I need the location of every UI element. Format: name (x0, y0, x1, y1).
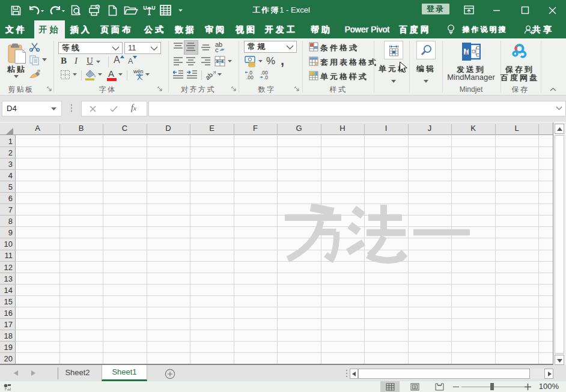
svg-text:c: c (215, 46, 219, 53)
svg-text:.0: .0 (264, 74, 268, 80)
svg-text:ab: ab (205, 71, 214, 81)
svg-text:wén: wén (133, 68, 144, 74)
svg-text:.00: .00 (246, 74, 254, 80)
